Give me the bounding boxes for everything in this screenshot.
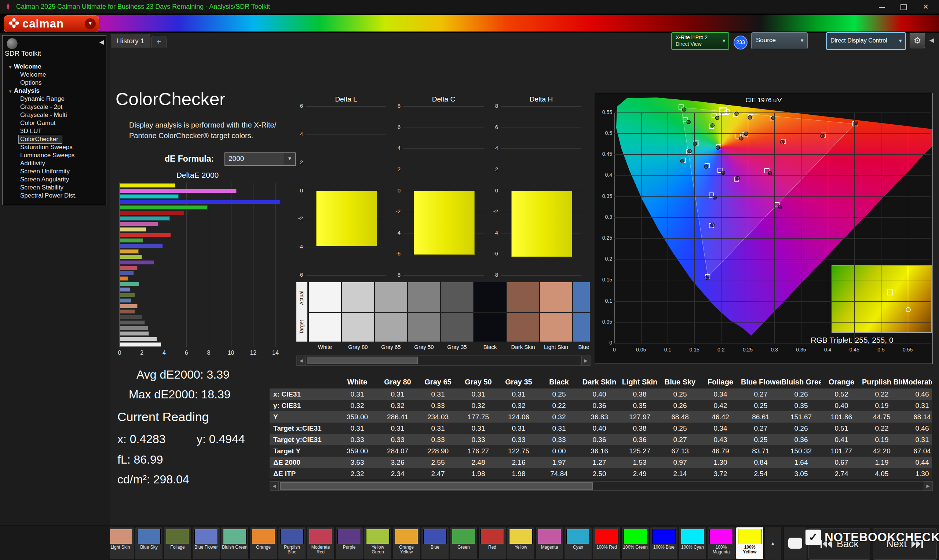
sidebar-item-saturation-sweeps[interactable]: Saturation Sweeps	[3, 143, 106, 151]
measured-point-blue-sky	[704, 165, 708, 168]
scroll-left-icon[interactable]: ◀	[297, 356, 305, 365]
deltae-gridline	[253, 183, 253, 348]
logo-menu-button[interactable]: ▼	[85, 18, 96, 29]
actual-swatch-light-skin	[540, 282, 572, 312]
patch-button-light-skin[interactable]: Light Skin	[110, 527, 134, 559]
patch-button-bluish-green[interactable]: Bluish Green	[221, 527, 249, 559]
swatch-scrollbar[interactable]: ◀ ▶	[296, 355, 591, 366]
patch-button-yellow-green[interactable]: Yellow Green	[364, 527, 392, 559]
patch-button-foliage[interactable]: Foliage	[163, 527, 191, 559]
max-de2000: Max dE2000: 18.39	[129, 388, 231, 401]
patch-button-orange[interactable]: Orange	[250, 527, 277, 559]
patch-button-purple[interactable]: Purple	[335, 527, 363, 559]
table-cell: 0.32	[378, 400, 418, 411]
table-cell: 2.14	[660, 468, 700, 479]
sidebar-section-analysis[interactable]: ▾Analysis	[3, 87, 106, 95]
patch-button-100-blue[interactable]: 100% Blue	[650, 527, 678, 559]
sidebar-section-welcome[interactable]: ▾Welcome	[3, 63, 106, 71]
sidebar-item-colorchecker[interactable]: ColorChecker	[19, 135, 62, 143]
calman-logo[interactable]: calman ▼	[4, 15, 99, 32]
sidebar-item-grayscale-2pt[interactable]: Grayscale - 2pt	[3, 103, 106, 111]
patch-button-100-cyan[interactable]: 100% Cyan	[678, 527, 706, 559]
cie-hgridline	[614, 238, 931, 238]
deltae-bar-gray-35	[120, 320, 145, 325]
delta-l-title: Delta L	[306, 95, 386, 103]
pattern-window-button[interactable]	[783, 527, 807, 560]
sidebar-item-options[interactable]: Options	[3, 79, 106, 87]
current-cdm2: cd/m²: 298.04	[117, 473, 189, 486]
patch-button-blue-flower[interactable]: Blue Flower	[192, 527, 220, 559]
patch-button-yellow[interactable]: Yellow	[507, 527, 535, 559]
sidebar-item-luminance-sweeps[interactable]: Luminance Sweeps	[3, 151, 106, 159]
sidebar-collapse-icon[interactable]: ◀	[99, 38, 104, 45]
patch-button-100-green[interactable]: 100% Green	[621, 527, 649, 559]
scroll-thumb[interactable]	[307, 357, 418, 364]
measured-point-yellow-green	[715, 116, 719, 120]
target-swatch-gray-80	[342, 313, 374, 342]
meter-mode: Direct View	[675, 41, 702, 47]
scroll-right-icon[interactable]: ▶	[581, 356, 590, 365]
pattern-window-icon	[788, 538, 802, 549]
patch-button-100-magenta[interactable]: 100% Magenta	[707, 527, 735, 559]
sidebar-item-color-gamut[interactable]: Color Gamut	[3, 119, 106, 127]
delta-l-gridline	[306, 247, 386, 248]
sidebar-item-spectral-power-dist[interactable]: Spectral Power Dist.	[3, 192, 106, 200]
table-col-orange: Orange	[821, 375, 862, 388]
sidebar-item-3d-lut[interactable]: 3D LUT	[3, 127, 106, 135]
source-selector[interactable]: Source ▼	[751, 32, 808, 49]
scroll-right-icon[interactable]: ▶	[924, 482, 933, 490]
delta-h-axis-tick: -6	[482, 250, 498, 257]
patch-button-blue[interactable]: Blue	[421, 527, 449, 559]
sidebar-item-screen-stability[interactable]: Screen Stability	[3, 184, 106, 192]
de-formula-dropdown[interactable]: 2000 ▼	[225, 152, 296, 166]
table-cell: 0.34	[700, 423, 740, 434]
tab-history-1[interactable]: History 1	[111, 34, 150, 48]
patch-button-red[interactable]: Red	[478, 527, 506, 559]
srgb-gamut-triangle	[681, 108, 855, 277]
table-cell: 0.27	[740, 423, 781, 434]
patch-button-cyan[interactable]: Cyan	[564, 527, 592, 559]
deltae-bar-gray-50	[120, 326, 148, 330]
sidebar-item-screen-uniformity[interactable]: Screen Uniformity	[3, 168, 106, 175]
colorchecker-data-table: WhiteGray 80Gray 65Gray 50Gray 35BlackDa…	[270, 375, 932, 479]
sidebar-item-grayscale-multi[interactable]: Grayscale - Multi	[3, 111, 106, 119]
table-cell: 0.31	[378, 388, 418, 400]
panel-collapse-icon[interactable]: ◀	[927, 33, 937, 48]
cie-hgridline	[614, 259, 931, 260]
meter-selector[interactable]: X-Rite i1Pro 2 Direct View ▼	[671, 32, 729, 50]
target-swatch-gray-65	[375, 313, 407, 342]
close-button[interactable]: ✕	[917, 0, 934, 14]
display-control-selector[interactable]: Direct Display Control ▼	[826, 32, 906, 50]
patch-button-100-red[interactable]: 100% Red	[593, 527, 621, 559]
measured-point-100-blue	[705, 276, 709, 280]
patch-swatch	[452, 529, 475, 544]
cie-x-tick: 0.35	[792, 347, 810, 352]
minimize-button[interactable]	[873, 0, 891, 14]
patch-button-blue-sky[interactable]: Blue Sky	[135, 527, 163, 559]
table-scrollbar[interactable]: ◀ ▶	[270, 481, 933, 491]
patch-button-green[interactable]: Green	[450, 527, 478, 559]
deltae-bar-gray-65	[120, 331, 149, 336]
delta-l-axis-tick: 2	[287, 159, 303, 165]
sidebar-item-screen-angularity[interactable]: Screen Angularity	[3, 175, 106, 184]
nav-menu-button[interactable]	[6, 38, 18, 49]
sidebar-item-dynamic-range[interactable]: Dynamic Range	[3, 95, 106, 103]
scroll-thumb[interactable]	[280, 482, 593, 490]
cie-vgridline	[641, 112, 641, 343]
scroll-left-icon[interactable]: ◀	[270, 482, 279, 490]
scroll-up-button[interactable]: ▲	[765, 527, 781, 560]
deltae-bar-light-skin	[120, 304, 137, 308]
patch-button-100-yellow[interactable]: 100% Yellow	[736, 527, 764, 559]
deltae-bar-black	[120, 315, 143, 319]
patch-button-magenta[interactable]: Magenta	[535, 527, 563, 559]
add-tab-button[interactable]: +	[151, 36, 167, 48]
current-fl: fL: 86.99	[117, 453, 163, 466]
patch-button-purplish-blue[interactable]: Purplish Blue	[278, 527, 306, 559]
sidebar-item-additivity[interactable]: Additivity	[3, 159, 106, 168]
gear-icon[interactable]: ⚙	[910, 33, 925, 48]
patch-button-moderate-red[interactable]: Moderate Red	[307, 527, 335, 559]
sidebar-item-welcome[interactable]: Welcome	[3, 71, 106, 79]
maximize-button[interactable]	[895, 0, 913, 14]
patch-button-orange-yellow[interactable]: Orange Yellow	[392, 527, 420, 559]
table-cell: 0.31	[498, 423, 539, 434]
